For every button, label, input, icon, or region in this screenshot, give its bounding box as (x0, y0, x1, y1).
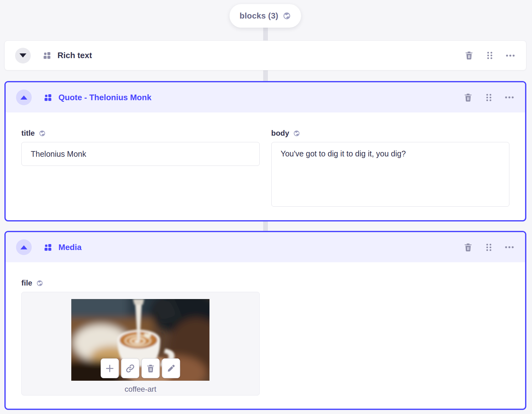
copy-link-button[interactable] (121, 358, 139, 378)
trash-icon (146, 364, 155, 373)
globe-icon (36, 280, 43, 287)
block-content: title body You've got to dig it to dig i… (6, 112, 525, 208)
block-media: Media file (4, 231, 526, 410)
more-options-button[interactable] (503, 241, 516, 253)
more-options-icon (504, 92, 515, 103)
field-label-text: file (21, 279, 32, 287)
pencil-icon (166, 364, 176, 373)
chevron-up-icon (20, 245, 27, 249)
drag-handle-icon (485, 51, 495, 60)
field-label-text: title (21, 129, 35, 138)
trash-icon (464, 51, 474, 60)
block-actions (463, 49, 517, 62)
drag-handle[interactable] (482, 91, 495, 104)
field-label: title (21, 129, 260, 138)
dynamic-zone-editor: blocks (3) Rich text (0, 0, 532, 414)
expand-button[interactable] (15, 48, 31, 63)
block-header: Rich text (5, 41, 526, 70)
delete-block-button[interactable] (463, 49, 475, 62)
component-grid-icon (44, 93, 52, 102)
more-options-button[interactable] (503, 91, 516, 104)
globe-icon (283, 12, 291, 20)
add-media-button[interactable] (101, 358, 119, 378)
body-field: body You've got to dig it to dig it, you… (271, 112, 510, 208)
block-title: Quote - Thelonius Monk (58, 93, 151, 102)
block-rich-text: Rich text (4, 41, 526, 70)
media-filename: coffee-art (125, 385, 156, 394)
block-title: Media (58, 242, 82, 252)
body-textarea[interactable]: You've got to dig it to dig it, you dig? (271, 142, 510, 207)
field-label: file (21, 279, 260, 287)
media-preview-card: coffee-art (21, 292, 260, 395)
globe-icon (39, 130, 46, 137)
media-thumbnail (71, 299, 209, 381)
chevron-down-icon (19, 53, 26, 57)
delete-block-button[interactable] (462, 91, 474, 104)
block-content: file (6, 262, 525, 395)
field-group-pill: blocks (3) (230, 4, 301, 28)
link-icon (125, 363, 135, 373)
block-actions (462, 241, 516, 253)
title-input[interactable] (21, 142, 260, 166)
trash-icon (463, 242, 473, 252)
trash-icon (463, 93, 473, 102)
media-action-bar (101, 358, 180, 378)
block-actions (462, 91, 516, 104)
file-field: file (21, 262, 260, 395)
block-title: Rich text (57, 51, 92, 60)
more-options-button[interactable] (504, 49, 517, 62)
chevron-up-icon (20, 95, 27, 100)
field-label-text: body (271, 129, 289, 138)
plus-icon (105, 363, 115, 373)
component-grid-icon (44, 243, 52, 252)
field-group-label: blocks (3) (240, 11, 278, 21)
component-grid-icon (43, 51, 51, 60)
title-field: title (21, 112, 260, 166)
drag-handle[interactable] (483, 49, 496, 62)
field-label: body (271, 129, 510, 138)
block-header: Quote - Thelonius Monk (6, 82, 525, 112)
globe-icon (293, 130, 300, 137)
more-options-icon (504, 242, 515, 253)
more-options-icon (505, 50, 516, 61)
collapse-button[interactable] (16, 90, 32, 105)
drag-handle[interactable] (482, 241, 495, 253)
drag-handle-icon (484, 242, 494, 252)
collapse-button[interactable] (16, 239, 32, 255)
block-header: Media (6, 232, 525, 262)
delete-media-button[interactable] (142, 358, 160, 378)
drag-handle-icon (484, 93, 494, 102)
edit-media-button[interactable] (162, 358, 180, 378)
block-quote: Quote - Thelonius Monk title (4, 81, 526, 221)
delete-block-button[interactable] (462, 241, 474, 253)
